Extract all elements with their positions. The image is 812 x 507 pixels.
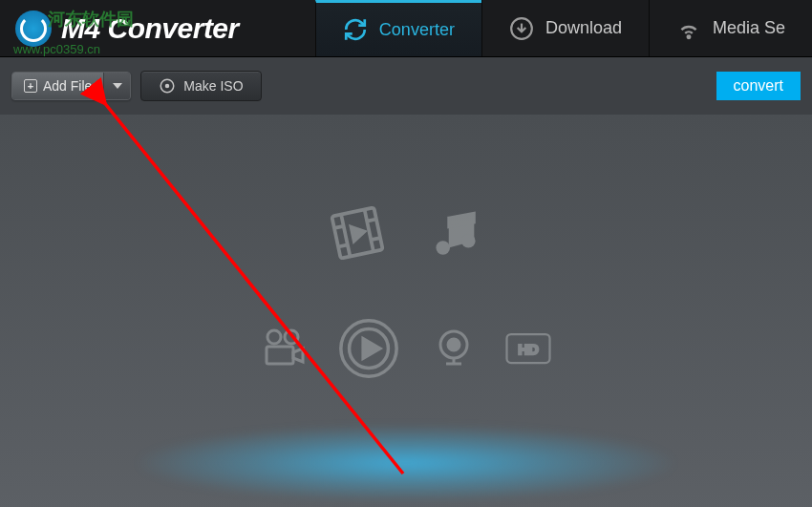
watermark-url: www.pc0359.cn — [13, 42, 100, 56]
app-logo-icon — [15, 11, 52, 47]
make-iso-label: Make ISO — [183, 78, 243, 94]
svg-point-13 — [448, 339, 459, 350]
add-file-label: Add File — [43, 78, 92, 94]
nav-tabs: Converter Download Media Se — [315, 0, 812, 56]
tab-media-label: Media Se — [713, 18, 785, 38]
app-header: M4 Converter 河东软件园 www.pc0359.cn Convert… — [0, 0, 812, 57]
svg-point-8 — [285, 330, 298, 344]
convert-label: convert — [734, 77, 783, 94]
svg-point-3 — [166, 85, 169, 88]
webcam-icon — [431, 326, 477, 375]
tab-converter[interactable]: Converter — [315, 0, 481, 56]
content-area: HD — [0, 115, 812, 507]
convert-button[interactable]: convert — [716, 72, 801, 100]
disc-icon — [159, 77, 176, 95]
make-iso-button[interactable]: Make ISO — [140, 71, 261, 101]
download-icon — [509, 16, 534, 41]
svg-text:HD: HD — [518, 341, 539, 357]
wifi-icon — [676, 16, 701, 41]
hd-badge-icon: HD — [505, 331, 551, 370]
tab-converter-label: Converter — [379, 20, 455, 40]
chevron-down-icon — [113, 83, 122, 89]
play-circle-icon — [335, 315, 402, 386]
music-note-icon — [428, 206, 483, 265]
add-file-dropdown[interactable] — [103, 73, 130, 99]
svg-point-1 — [688, 35, 691, 38]
tab-media-server[interactable]: Media Se — [649, 0, 812, 56]
svg-point-5 — [436, 241, 450, 255]
svg-point-6 — [461, 234, 476, 248]
refresh-icon — [343, 17, 368, 42]
add-file-group: + Add File — [11, 72, 131, 100]
camera-reel-icon — [261, 326, 307, 375]
glow-highlight — [139, 425, 673, 501]
watermark-text: 河东软件园 — [48, 8, 134, 31]
film-icon — [329, 204, 386, 265]
tab-download-label: Download — [545, 18, 622, 38]
toolbar: + Add File Make ISO convert — [0, 57, 812, 115]
add-file-button[interactable]: + Add File — [12, 73, 103, 99]
tab-download[interactable]: Download — [481, 0, 649, 56]
logo-section: M4 Converter 河东软件园 www.pc0359.cn — [0, 0, 254, 56]
placeholder-media-icons: HD — [205, 204, 607, 386]
svg-point-7 — [267, 330, 281, 344]
plus-icon: + — [24, 79, 37, 93]
svg-rect-9 — [267, 347, 293, 364]
